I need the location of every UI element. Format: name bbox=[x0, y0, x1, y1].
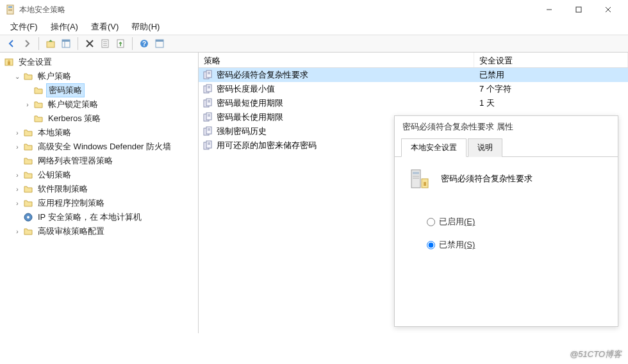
radio-disabled-label: 已禁用(S) bbox=[439, 239, 475, 251]
folder-icon bbox=[33, 85, 44, 95]
back-button[interactable] bbox=[4, 37, 19, 51]
tree-label: 应用程序控制策略 bbox=[36, 197, 106, 210]
tree-kerberos[interactable]: Kerberos 策略 bbox=[1, 112, 197, 126]
server-icon bbox=[408, 167, 431, 190]
expander-icon[interactable]: ⌄ bbox=[13, 72, 22, 81]
menubar: 文件(F) 操作(A) 查看(V) 帮助(H) bbox=[0, 19, 628, 35]
policy-name: 密码最长使用期限 bbox=[217, 112, 283, 123]
forward-button[interactable] bbox=[20, 37, 34, 51]
expander-spacer bbox=[13, 156, 22, 165]
expander-icon[interactable]: › bbox=[13, 199, 22, 208]
policy-name: 密码必须符合复杂性要求 bbox=[217, 69, 308, 81]
tree-label: 高级审核策略配置 bbox=[36, 225, 106, 238]
svg-rect-8 bbox=[47, 42, 54, 47]
menu-action[interactable]: 操作(A) bbox=[44, 19, 85, 35]
list-pane: 策略 安全设置 密码必须符合复杂性要求 已禁用 密码长度最小值 7 个字符 密码… bbox=[199, 53, 628, 333]
folder-icon bbox=[23, 198, 33, 208]
tree-account-lockout[interactable]: › 帐户锁定策略 bbox=[1, 97, 197, 112]
tree-app-control[interactable]: › 应用程序控制策略 bbox=[1, 196, 197, 210]
folder-icon bbox=[23, 226, 33, 236]
help-button[interactable]: ? bbox=[137, 37, 151, 51]
tree-password-policy[interactable]: 密码策略 bbox=[1, 83, 197, 97]
policy-icon bbox=[202, 98, 213, 108]
policy-icon bbox=[202, 84, 213, 94]
window-title: 本地安全策略 bbox=[19, 4, 534, 15]
menu-file[interactable]: 文件(F) bbox=[4, 19, 44, 35]
properties-dialog: 密码必须符合复杂性要求 属性 本地安全设置 说明 密码必须符合复杂性要求 已启用… bbox=[394, 115, 618, 327]
tree-advanced-audit[interactable]: › 高级审核策略配置 bbox=[1, 224, 197, 238]
folder-icon bbox=[23, 170, 33, 180]
list-row[interactable]: 密码必须符合复杂性要求 已禁用 bbox=[199, 68, 628, 82]
maximize-button[interactable] bbox=[564, 0, 593, 19]
tree-label: IP 安全策略，在 本地计算机 bbox=[36, 211, 144, 224]
column-header-policy[interactable]: 策略 bbox=[199, 53, 474, 67]
tab-explain[interactable]: 说明 bbox=[468, 138, 502, 157]
refresh-button[interactable] bbox=[153, 37, 167, 51]
tree-label: 安全设置 bbox=[17, 56, 54, 69]
expander-icon[interactable]: › bbox=[23, 100, 32, 109]
toolbar-separator bbox=[38, 37, 39, 50]
column-header-setting[interactable]: 安全设置 bbox=[474, 53, 628, 67]
up-button[interactable] bbox=[44, 37, 58, 51]
expander-spacer bbox=[23, 114, 32, 123]
expander-icon[interactable]: › bbox=[13, 170, 22, 179]
dialog-body: 密码必须符合复杂性要求 已启用(E) 已禁用(S) bbox=[395, 157, 618, 272]
svg-rect-3 bbox=[8, 10, 12, 11]
svg-rect-56 bbox=[424, 182, 426, 186]
policy-setting: 7 个字符 bbox=[474, 83, 628, 95]
delete-button[interactable] bbox=[83, 37, 97, 51]
folder-icon bbox=[23, 128, 33, 138]
svg-rect-5 bbox=[576, 7, 581, 12]
radio-disabled-input[interactable] bbox=[427, 241, 435, 249]
tree-local-policies[interactable]: › 本地策略 bbox=[1, 126, 197, 140]
tree-label: 帐户策略 bbox=[36, 70, 73, 83]
radio-enabled-label: 已启用(E) bbox=[439, 216, 475, 228]
svg-rect-2 bbox=[8, 9, 12, 10]
show-hide-tree-button[interactable] bbox=[59, 37, 73, 51]
folder-icon bbox=[23, 142, 33, 152]
policy-name: 密码长度最小值 bbox=[217, 83, 275, 95]
radio-enabled-input[interactable] bbox=[427, 218, 435, 226]
tree-root[interactable]: 安全设置 bbox=[1, 55, 197, 69]
app-icon bbox=[5, 4, 15, 15]
tree-account-policies[interactable]: ⌄ 帐户策略 bbox=[1, 69, 197, 83]
policy-setting: 已禁用 bbox=[474, 69, 628, 81]
list-row[interactable]: 密码最短使用期限 1 天 bbox=[199, 96, 628, 110]
tab-local-security[interactable]: 本地安全设置 bbox=[401, 138, 467, 157]
minimize-button[interactable] bbox=[534, 0, 564, 19]
tree-ip-security[interactable]: IP 安全策略，在 本地计算机 bbox=[1, 210, 197, 224]
tree-label: 密码策略 bbox=[46, 83, 85, 97]
svg-rect-52 bbox=[413, 172, 419, 174]
folder-icon bbox=[23, 184, 33, 194]
folder-icon bbox=[23, 71, 33, 81]
tree-label: 公钥策略 bbox=[36, 169, 73, 181]
expander-icon[interactable]: › bbox=[13, 185, 22, 194]
menu-view[interactable]: 查看(V) bbox=[85, 19, 125, 35]
folder-icon bbox=[33, 99, 44, 110]
expander-icon[interactable]: › bbox=[13, 142, 22, 151]
tree-pane[interactable]: 安全设置 ⌄ 帐户策略 密码策略 › 帐户锁定策略 Kerberos 策略 › … bbox=[0, 53, 199, 333]
toolbar-separator bbox=[78, 37, 78, 50]
svg-point-26 bbox=[27, 216, 29, 219]
tree-software-restrict[interactable]: › 软件限制策略 bbox=[1, 182, 197, 196]
properties-button[interactable] bbox=[98, 37, 112, 51]
expander-icon[interactable]: › bbox=[13, 128, 22, 137]
radio-enabled[interactable]: 已启用(E) bbox=[427, 216, 605, 228]
export-button[interactable] bbox=[113, 37, 128, 51]
tree-network-list[interactable]: 网络列表管理器策略 bbox=[1, 154, 197, 168]
folder-icon bbox=[33, 113, 44, 124]
tree-label: 软件限制策略 bbox=[36, 183, 90, 195]
tree-defender[interactable]: › 高级安全 Windows Defender 防火墙 bbox=[1, 140, 197, 154]
list-row[interactable]: 密码长度最小值 7 个字符 bbox=[199, 82, 628, 96]
radio-disabled[interactable]: 已禁用(S) bbox=[427, 239, 605, 251]
expander-spacer bbox=[13, 213, 22, 222]
policy-name: 密码最短使用期限 bbox=[217, 97, 283, 109]
svg-rect-24 bbox=[8, 62, 10, 65]
policy-name: 强制密码历史 bbox=[217, 126, 267, 137]
tree-label: 本地策略 bbox=[36, 126, 73, 139]
menu-help[interactable]: 帮助(H) bbox=[125, 19, 166, 35]
close-button[interactable] bbox=[593, 0, 623, 19]
tree-public-key[interactable]: › 公钥策略 bbox=[1, 168, 197, 182]
expander-icon[interactable]: › bbox=[13, 227, 22, 236]
policy-name-label: 密码必须符合复杂性要求 bbox=[441, 173, 533, 185]
